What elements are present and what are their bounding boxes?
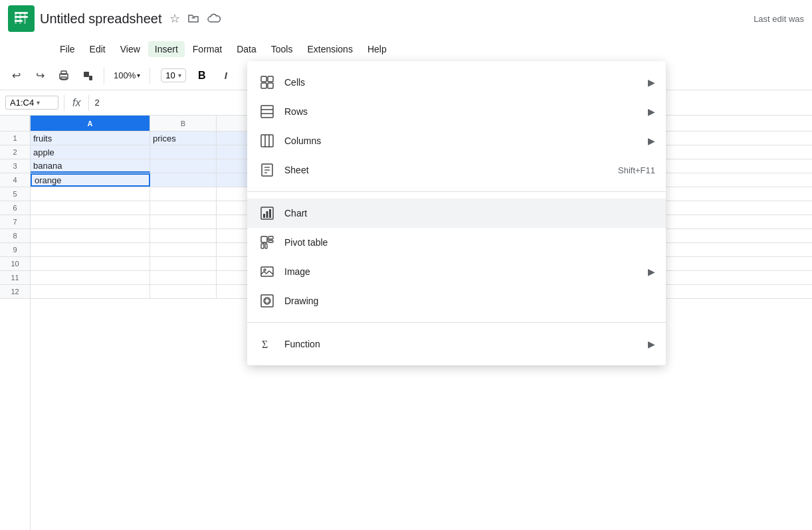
italic-button[interactable]: I [215,65,237,86]
svg-rect-28 [266,211,268,218]
cell-B11[interactable] [150,271,217,284]
cell-A9[interactable] [31,243,150,256]
cell-B9[interactable] [150,243,217,256]
cell-A8[interactable] [31,229,150,242]
row-header-7[interactable]: 7 [0,215,30,229]
menu-insert[interactable]: Insert [148,41,185,57]
rows-icon [258,102,276,121]
menu-format[interactable]: Format [186,41,229,57]
fx-icon: fx [72,97,80,109]
sheet-icon [258,161,276,179]
row-header-1[interactable]: 1 [0,132,30,145]
menu-file[interactable]: File [53,41,82,57]
cell-A10[interactable] [31,257,150,270]
drawing-icon [258,292,276,310]
app-logo[interactable] [8,5,35,32]
cells-icon [258,73,276,92]
svg-rect-19 [261,135,273,147]
row-header-6[interactable]: 6 [0,201,30,215]
star-icon[interactable]: ☆ [169,11,180,26]
cell-reference-box[interactable]: A1:C4 ▾ [5,96,58,110]
insert-chart-item[interactable]: Chart [247,199,666,228]
insert-columns-item[interactable]: Columns ▶ [247,126,666,155]
svg-rect-9 [61,77,66,80]
row-headers: 1 2 3 4 5 6 7 8 9 10 11 12 [0,116,31,530]
columns-label: Columns [284,135,643,146]
insert-rows-item[interactable]: Rows ▶ [247,97,666,126]
col-header-A[interactable]: A [31,116,150,131]
cell-A11[interactable] [31,271,150,284]
document-title[interactable]: Untitled spreadsheet [40,11,161,27]
print-button[interactable] [53,65,74,86]
menu-bar: File Edit View Insert Format Data Tools … [0,37,812,61]
cell-A2[interactable]: apple [31,145,150,159]
row-header-5[interactable]: 5 [0,187,30,201]
menu-help[interactable]: Help [361,41,393,57]
font-size-box[interactable]: 10 ▾ [161,68,185,82]
insert-sheet-item[interactable]: Sheet Shift+F11 [247,155,666,185]
menu-tools[interactable]: Tools [264,41,300,57]
toolbar-separator-2 [150,68,150,84]
cell-B10[interactable] [150,257,217,270]
menu-extensions[interactable]: Extensions [300,41,359,57]
col-header-B[interactable]: B [150,116,217,131]
row-header-8[interactable]: 8 [0,229,30,243]
svg-rect-16 [261,106,273,118]
row-header-12[interactable]: 12 [0,285,30,299]
cell-A3[interactable]: banana [31,159,150,173]
cell-A1[interactable]: fruits [31,132,150,145]
cell-A6[interactable] [31,201,150,215]
formula-separator-2 [88,95,89,111]
cell-A5[interactable] [31,187,150,201]
cell-A4[interactable]: orange [31,173,150,187]
insert-function-item[interactable]: Σ Function ▶ [247,329,666,359]
cloud-icon[interactable] [207,13,221,25]
svg-point-36 [264,269,266,271]
folder-icon[interactable] [187,12,200,25]
menu-view[interactable]: View [114,41,147,57]
cell-B8[interactable] [150,229,217,242]
svg-rect-27 [263,214,265,218]
cell-B6[interactable] [150,201,217,215]
cells-arrow: ▶ [648,77,655,88]
image-icon [258,262,276,281]
sheet-shortcut: Shift+F11 [618,165,655,175]
cells-label: Cells [284,77,643,88]
paint-format-button[interactable] [77,65,98,86]
redo-button[interactable]: ↪ [29,65,51,86]
insert-cells-item[interactable]: Cells ▶ [247,68,666,97]
menu-section-2: Chart Pivot table [247,196,666,318]
insert-pivot-item[interactable]: Pivot table [247,228,666,257]
insert-image-item[interactable]: Image ▶ [247,257,666,286]
cell-B12[interactable] [150,285,217,298]
row-header-10[interactable]: 10 [0,257,30,271]
row-header-2[interactable]: 2 [0,145,30,159]
columns-arrow: ▶ [648,135,655,146]
menu-divider-2 [247,322,666,323]
cell-B7[interactable] [150,215,217,228]
insert-dropdown-menu: Cells ▶ Rows ▶ Columns [247,61,666,365]
row-header-9[interactable]: 9 [0,243,30,257]
function-arrow: ▶ [648,339,655,349]
svg-rect-6 [24,12,26,24]
drawing-label: Drawing [284,296,655,306]
image-label: Image [284,266,643,277]
rows-arrow: ▶ [648,106,655,117]
cell-B5[interactable] [150,187,217,201]
cell-A12[interactable] [31,285,150,298]
row-header-11[interactable]: 11 [0,271,30,285]
zoom-selector[interactable]: 100% ▾ [110,69,144,82]
cell-B2[interactable] [150,145,217,159]
undo-button[interactable]: ↩ [5,65,27,86]
row-header-4[interactable]: 4 [0,173,30,187]
cell-A7[interactable] [31,215,150,228]
row-header-3[interactable]: 3 [0,159,30,173]
image-arrow: ▶ [648,266,655,277]
cell-B4[interactable] [150,173,217,187]
menu-data[interactable]: Data [230,41,263,57]
menu-edit[interactable]: Edit [83,41,112,57]
cell-B1[interactable]: prices [150,132,217,145]
insert-drawing-item[interactable]: Drawing [247,286,666,315]
cell-B3[interactable] [150,159,217,173]
bold-button[interactable]: B [191,65,213,86]
